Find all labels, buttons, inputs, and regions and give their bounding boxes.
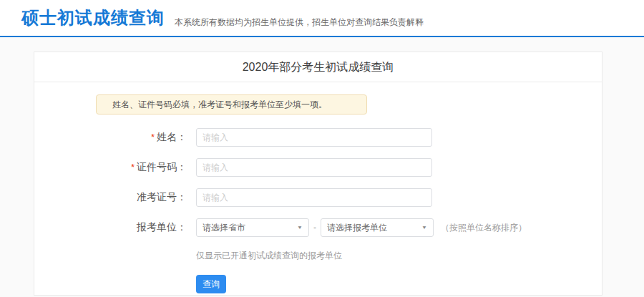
content-area: 2020年部分考生初试成绩查询 姓名、证件号码必填，准考证号和报考单位至少填一项… (0, 37, 644, 296)
site-subtitle: 本系统所有数据均为招生单位提供，招生单位对查询结果负责解释 (175, 16, 424, 29)
id-number-label-text: 证件号码： (137, 161, 187, 172)
notice-alert: 姓名、证件号码必填，准考证号和报考单位至少填一项。 (96, 94, 367, 115)
helper-text: 仅显示已开通初试成绩查询的报考单位 (196, 250, 342, 261)
name-label: *姓名： (34, 131, 187, 144)
query-form: *姓名： *证件号码： 准考证号： (34, 128, 602, 293)
form-row-admission-ticket: 准考证号： (34, 188, 602, 207)
name-label-text: 姓名： (157, 131, 187, 142)
panel-body: 姓名、证件号码必填，准考证号和报考单位至少填一项。 *姓名： *证件号码： (34, 94, 602, 293)
select-separator: - (313, 223, 316, 233)
admission-ticket-label: 准考证号： (34, 191, 187, 204)
required-asterisk: * (131, 162, 135, 172)
query-panel: 2020年部分考生初试成绩查询 姓名、证件号码必填，准考证号和报考单位至少填一项… (34, 52, 602, 296)
id-number-label: *证件号码： (34, 161, 187, 174)
helper-row: 仅显示已开通初试成绩查询的报考单位 (196, 248, 602, 262)
name-input[interactable] (196, 128, 432, 147)
query-button[interactable]: 查询 (196, 275, 226, 293)
unit-label-text: 报考单位： (137, 221, 187, 233)
unit-select[interactable]: 请选择报考单位 ▼ (321, 218, 434, 237)
unit-select-value: 请选择报考单位 (327, 222, 387, 234)
province-select[interactable]: 请选择省市 ▼ (196, 218, 309, 237)
form-row-id-number: *证件号码： (34, 158, 602, 177)
unit-label: 报考单位： (34, 221, 187, 234)
notice-text: 姓名、证件号码必填，准考证号和报考单位至少填一项。 (112, 99, 327, 109)
caret-down-icon: ▼ (297, 225, 303, 230)
site-title: 硕士初试成绩查询 (21, 0, 165, 36)
admission-ticket-label-text: 准考证号： (137, 191, 187, 203)
form-row-unit: 报考单位： 请选择省市 ▼ - 请选择报考单位 ▼ （按照单位名称排序） (34, 218, 602, 237)
id-number-input[interactable] (196, 158, 432, 177)
required-asterisk: * (151, 132, 155, 142)
form-row-name: *姓名： (34, 128, 602, 147)
admission-ticket-input[interactable] (196, 188, 432, 207)
app: 硕士初试成绩查询 本系统所有数据均为招生单位提供，招生单位对查询结果负责解释 2… (0, 0, 644, 296)
site-header: 硕士初试成绩查询 本系统所有数据均为招生单位提供，招生单位对查询结果负责解释 (0, 0, 644, 37)
panel-title: 2020年部分考生初试成绩查询 (34, 52, 602, 82)
caret-down-icon: ▼ (421, 225, 427, 230)
province-select-value: 请选择省市 (203, 222, 245, 234)
sort-order-note: （按照单位名称排序） (441, 222, 527, 234)
button-row: 查询 (196, 275, 602, 293)
